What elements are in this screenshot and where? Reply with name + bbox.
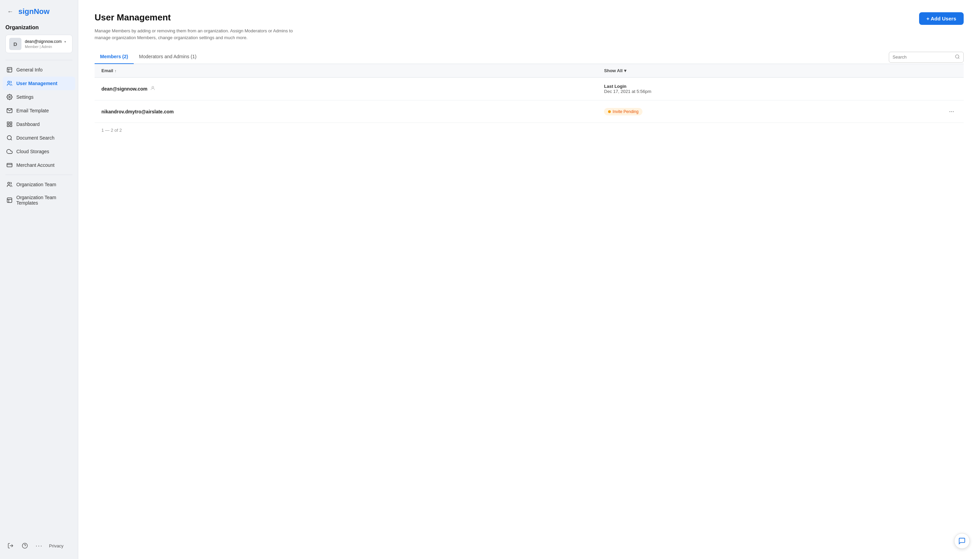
user-card[interactable]: D dean@signnow.com ▾ MemberAdmin <box>5 35 73 53</box>
dashboard-icon <box>6 121 13 128</box>
svg-point-14 <box>8 182 10 184</box>
sidebar-item-dashboard[interactable]: Dashboard <box>3 117 75 131</box>
status-badge: Invite Pending <box>604 108 642 116</box>
sidebar-item-label: Organization Team Templates <box>16 195 72 206</box>
svg-point-21 <box>955 55 959 58</box>
general-info-icon <box>6 66 13 73</box>
footer-row: ··· Privacy <box>3 538 75 554</box>
user-profile-icon <box>150 86 155 92</box>
sidebar-item-label: Document Search <box>16 135 54 141</box>
svg-point-23 <box>152 86 154 88</box>
sidebar-item-merchant-account[interactable]: Merchant Account <box>3 158 75 172</box>
status-cell: Invite Pending ··· <box>597 101 964 123</box>
sidebar-item-email-template[interactable]: Email Template <box>3 104 75 117</box>
show-all-button[interactable]: Show All ▾ <box>604 68 957 73</box>
sidebar-item-label: General Info <box>16 67 43 73</box>
chat-fab-button[interactable] <box>954 533 970 549</box>
sidebar-item-label: Email Template <box>16 108 49 113</box>
page-title: User Management <box>95 12 171 23</box>
org-label: Organization <box>5 25 73 31</box>
nav-list-bottom: Organization Team Organization Team Temp… <box>0 178 78 209</box>
sidebar-header: ← signNow <box>0 0 78 22</box>
svg-point-4 <box>9 96 10 98</box>
svg-rect-0 <box>7 68 12 72</box>
svg-rect-6 <box>7 122 9 124</box>
svg-line-11 <box>10 139 12 140</box>
svg-point-3 <box>8 81 10 83</box>
svg-rect-12 <box>7 164 12 167</box>
sidebar-item-cloud-storages[interactable]: Cloud Storages <box>3 145 75 158</box>
user-email: dean@signnow.com ▾ <box>25 39 69 44</box>
sidebar-item-document-search[interactable]: Document Search <box>3 131 75 145</box>
user-roles: MemberAdmin <box>25 45 69 49</box>
user-info: dean@signnow.com ▾ MemberAdmin <box>25 39 69 49</box>
logout-button[interactable] <box>6 541 15 550</box>
badge-dot <box>608 110 611 113</box>
tab-moderators-admins[interactable]: Moderators and Admins (1) <box>134 50 202 64</box>
sidebar-footer: ··· Privacy <box>0 535 78 554</box>
tabs: Members (2) Moderators and Admins (1) <box>95 50 202 64</box>
svg-rect-15 <box>7 198 12 203</box>
main-content: User Management + Add Users Manage Membe… <box>78 0 980 559</box>
table-header-row: Email ↑ Show All ▾ <box>95 64 964 78</box>
back-button[interactable]: ← <box>5 7 15 17</box>
settings-icon <box>6 94 13 101</box>
merchant-account-icon <box>6 162 13 169</box>
logo: signNow <box>18 7 49 16</box>
status-cell: Last Login Dec 17, 2021 at 5:56pm <box>597 78 964 101</box>
org-team-templates-icon <box>6 197 13 203</box>
sidebar-item-label: User Management <box>16 81 58 86</box>
page-description: Manage Members by adding or removing the… <box>95 28 305 41</box>
sidebar-item-organization-team[interactable]: Organization Team <box>3 178 75 191</box>
sidebar-divider-top <box>5 60 73 60</box>
help-button[interactable] <box>20 541 29 550</box>
email-template-icon <box>6 107 13 114</box>
chevron-down-icon: ▾ <box>624 68 627 73</box>
tab-members[interactable]: Members (2) <box>95 50 134 64</box>
nav-list: General Info User Management Settings Em… <box>0 63 78 172</box>
sidebar-item-user-management[interactable]: User Management <box>3 77 75 90</box>
table-row: dean@signnow.com Last Login Dec 17, 2021… <box>95 78 964 101</box>
search-wrapper <box>889 52 964 63</box>
sidebar-item-settings[interactable]: Settings <box>3 90 75 104</box>
last-login-value: Dec 17, 2021 at 5:56pm <box>604 89 957 94</box>
table-row: nikandrov.dmytro@airslate.com Invite Pen… <box>95 101 964 123</box>
cloud-storages-icon <box>6 148 13 155</box>
sidebar-item-org-team-templates[interactable]: Organization Team Templates <box>3 191 75 209</box>
sidebar-item-label: Dashboard <box>16 122 40 127</box>
sidebar-item-label: Organization Team <box>16 182 56 187</box>
svg-rect-7 <box>10 122 12 124</box>
privacy-link[interactable]: Privacy <box>49 543 64 549</box>
email-cell: dean@signnow.com <box>95 78 597 101</box>
page-header: User Management + Add Users <box>95 12 964 25</box>
members-table: Email ↑ Show All ▾ dean@signnow.com <box>95 64 964 123</box>
sort-icon[interactable]: ↑ <box>115 69 117 73</box>
action-menu-cell: ··· <box>946 107 957 116</box>
add-users-button[interactable]: + Add Users <box>919 12 964 25</box>
sidebar: ← signNow Organization D dean@signnow.co… <box>0 0 78 559</box>
pagination: 1 — 2 of 2 <box>95 123 964 137</box>
svg-rect-9 <box>10 125 12 127</box>
sidebar-item-label: Merchant Account <box>16 162 54 168</box>
avatar: D <box>9 38 21 50</box>
org-team-icon <box>6 181 13 188</box>
table-body: dean@signnow.com Last Login Dec 17, 2021… <box>95 78 964 123</box>
last-login-label: Last Login <box>604 84 957 89</box>
search-input[interactable] <box>893 55 953 60</box>
document-search-icon <box>6 134 13 141</box>
row-action-menu-button[interactable]: ··· <box>946 107 957 116</box>
more-button[interactable]: ··· <box>35 541 44 550</box>
col-show-all-header: Show All ▾ <box>597 64 964 78</box>
email-cell: nikandrov.dmytro@airslate.com <box>95 101 597 123</box>
sidebar-item-label: Cloud Storages <box>16 149 49 154</box>
col-email-header: Email ↑ <box>95 64 597 78</box>
sidebar-item-label: Settings <box>16 94 34 100</box>
svg-point-10 <box>7 136 11 140</box>
tabs-row: Members (2) Moderators and Admins (1) <box>95 50 964 64</box>
user-management-icon <box>6 80 13 87</box>
sidebar-item-general-info[interactable]: General Info <box>3 63 75 77</box>
badge-label: Invite Pending <box>612 109 638 114</box>
svg-line-22 <box>958 58 959 59</box>
search-icon[interactable] <box>955 54 960 60</box>
org-section: Organization D dean@signnow.com ▾ Member… <box>0 22 78 57</box>
